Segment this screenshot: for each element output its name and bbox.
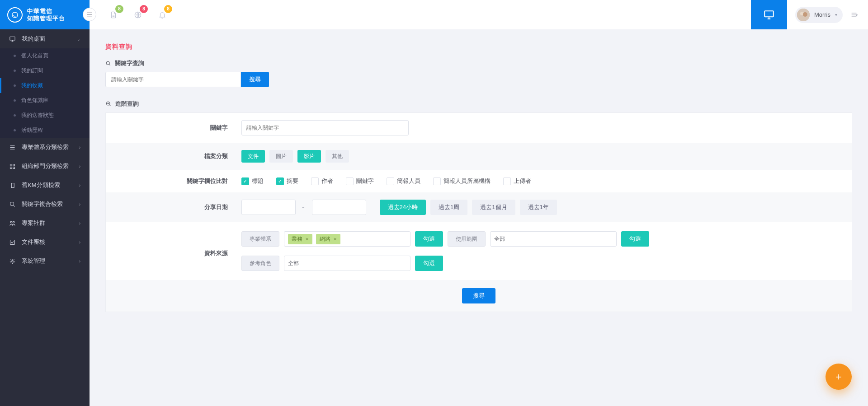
date-from-input[interactable] [241, 200, 296, 215]
svg-point-0 [12, 12, 18, 18]
date-range-button[interactable]: 過去1個月 [472, 200, 515, 215]
sidebar-group[interactable]: 舊KM分類檢索› [0, 176, 90, 195]
data-source-field[interactable]: 業務 ✕網路 ✕ [284, 231, 410, 247]
brand-logo-icon [7, 7, 23, 23]
choose-source-button[interactable]: 勾選 [621, 231, 649, 247]
keyword-section-label: 關鍵字查詢 [105, 59, 852, 67]
match-field-checkbox[interactable]: ✓標題 [241, 177, 264, 185]
adv-footer: 搜尋 [106, 280, 852, 312]
caret-down-icon: ▾ [835, 12, 837, 17]
filetype-pill[interactable]: 文件 [241, 150, 265, 163]
sidebar-group-icon [9, 182, 16, 189]
data-source-label: 使用範圍 [448, 231, 486, 247]
advanced-search-button[interactable]: 搜尋 [462, 288, 495, 303]
filetype-pill[interactable]: 其他 [326, 150, 349, 163]
source-tag: 網路 ✕ [316, 234, 340, 244]
globe-notification-icon[interactable]: 8 [131, 8, 145, 22]
advanced-section-text: 進階查詢 [115, 100, 139, 108]
checkbox-label: 關鍵字 [356, 177, 374, 185]
docs-notification-icon[interactable]: 8 [106, 8, 121, 22]
date-range-button[interactable]: 過去1年 [520, 200, 557, 215]
docs-badge: 8 [115, 5, 123, 13]
filetype-pill[interactable]: 圖片 [269, 150, 293, 163]
choose-source-button[interactable]: 勾選 [415, 231, 443, 247]
brand-line2: 知識管理平台 [27, 15, 65, 22]
user-area: Morris ▾ [787, 0, 868, 29]
sidebar-group[interactable]: 組織部門分類檢索› [0, 157, 90, 176]
sidebar-group-label: 舊KM分類檢索 [22, 181, 60, 189]
user-menu[interactable]: Morris ▾ [795, 7, 843, 23]
sidebar-group[interactable]: 專案社群› [0, 214, 90, 233]
sidebar-sub-desktop: 個人化首頁我的訂閱我的收藏角色知識庫我的送審狀態活動歷程 [0, 48, 90, 138]
bell-notification-icon[interactable]: 8 [155, 8, 170, 22]
sidebar-group[interactable]: 文件審核› [0, 233, 90, 252]
sidebar-sub-item[interactable]: 角色知識庫 [0, 93, 90, 108]
magnifier-icon [105, 61, 111, 66]
sidebar-sub-item[interactable]: 我的收藏 [0, 78, 90, 93]
sidebar-sub-item[interactable]: 個人化首頁 [0, 48, 90, 63]
filetype-pill[interactable]: 影片 [297, 150, 321, 163]
sidebar-group-icon [9, 220, 16, 227]
checkbox-label: 摘要 [287, 177, 298, 185]
page-title: 資料查詢 [105, 43, 852, 51]
sidebar-toggle-button[interactable] [83, 8, 96, 21]
chevron-right-icon: › [79, 240, 80, 245]
data-source-field[interactable]: 全部 [490, 231, 617, 247]
svg-rect-2 [764, 11, 774, 17]
svg-point-7 [10, 202, 14, 205]
data-source-label: 參考角色 [241, 256, 279, 271]
match-field-checkbox[interactable]: 簡報人員 [387, 177, 420, 185]
chevron-right-icon: › [79, 202, 80, 207]
match-field-checkbox[interactable]: ✓摘要 [276, 177, 298, 185]
sidebar-group[interactable]: 專業體系分類檢索› [0, 138, 90, 157]
data-source-row: 參考角色全部勾選 [241, 256, 443, 271]
date-range-button[interactable]: 過去24小時 [380, 200, 426, 215]
adv-keyword-input[interactable] [241, 120, 409, 135]
svg-point-12 [106, 61, 109, 65]
match-field-checkbox[interactable]: 上傳者 [503, 177, 531, 185]
chevron-down-icon: ⌄ [77, 37, 80, 42]
keyword-section-text: 關鍵字查詢 [115, 59, 144, 67]
collapse-right-icon[interactable] [848, 9, 860, 21]
chevron-right-icon: › [79, 183, 80, 188]
sidebar-sub-item[interactable]: 我的訂閱 [0, 63, 90, 78]
checkbox-label: 上傳者 [514, 177, 531, 185]
match-field-checkbox[interactable]: 關鍵字 [346, 177, 374, 185]
choose-source-button[interactable]: 勾選 [415, 256, 443, 271]
date-to-input[interactable] [312, 200, 366, 215]
checkbox-icon: ✓ [241, 177, 249, 185]
tag-remove-icon[interactable]: ✕ [333, 237, 337, 242]
keyword-input[interactable] [105, 72, 241, 87]
svg-rect-10 [10, 240, 15, 244]
sidebar-group-label: 組織部門分類檢索 [22, 162, 69, 170]
match-field-checkbox[interactable]: 作者 [311, 177, 333, 185]
tag-remove-icon[interactable]: ✕ [305, 237, 309, 242]
sidebar-sub-item[interactable]: 我的送審狀態 [0, 108, 90, 123]
adv-row-keyword: 關鍵字 [106, 113, 852, 143]
checkbox-label: 簡報人員所屬機構 [443, 177, 491, 185]
header-notification-icons: 8 8 8 [101, 0, 175, 29]
sidebar-sub-item[interactable]: 活動歷程 [0, 123, 90, 138]
date-range-button[interactable]: 過去1周 [430, 200, 467, 215]
sidebar-group[interactable]: 系統管理› [0, 252, 90, 271]
magnifier-plus-icon [105, 101, 112, 107]
sidebar-group-icon [9, 239, 16, 246]
keyword-search-button[interactable]: 搜尋 [241, 72, 269, 87]
sidebar-group-label: 關鍵字複合檢索 [22, 200, 63, 208]
app-header: 中華電信 知識管理平台 8 8 8 Morris [0, 0, 868, 29]
adv-label-date: 分享日期 [106, 203, 241, 211]
data-source-field[interactable]: 全部 [284, 256, 410, 271]
checkbox-label: 作者 [321, 177, 333, 185]
match-field-checkbox[interactable]: 簡報人員所屬機構 [433, 177, 491, 185]
sidebar-group-desktop[interactable]: 我的桌面 ⌄ [0, 29, 90, 48]
sidebar-group-label: 系統管理 [22, 257, 45, 265]
sidebar-group-icon [9, 258, 16, 265]
sidebar-group[interactable]: 關鍵字複合檢索› [0, 195, 90, 214]
bell-badge: 8 [164, 5, 172, 13]
data-source-row: 使用範圍全部勾選 [448, 231, 649, 247]
desktop-view-button[interactable] [751, 0, 787, 29]
chevron-right-icon: › [79, 259, 80, 264]
brand-text: 中華電信 知識管理平台 [27, 8, 65, 22]
checkbox-icon [503, 177, 511, 185]
checkbox-label: 標題 [252, 177, 264, 185]
